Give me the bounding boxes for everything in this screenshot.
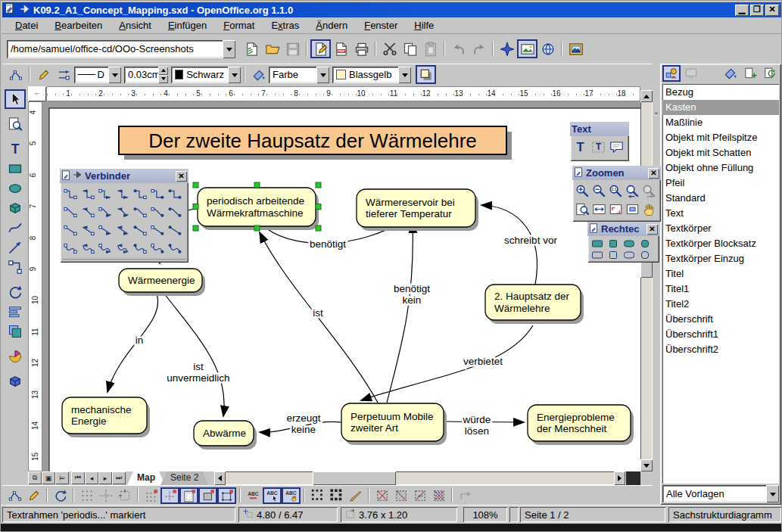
arrange-tool[interactable]: [5, 322, 26, 341]
minimize-button[interactable]: ▁: [735, 5, 749, 16]
menu-fenster[interactable]: Fenster: [356, 18, 406, 33]
menu-einfügen[interactable]: Einfügen: [160, 18, 215, 33]
connector-type-r4c6[interactable]: [148, 239, 166, 257]
line-style-combo[interactable]: D: [74, 67, 121, 83]
edit-points-mode[interactable]: [5, 487, 24, 504]
connector-type-r2c5[interactable]: [131, 203, 148, 221]
snap-to-snap-lines[interactable]: [160, 487, 179, 504]
connector-type-r2c7[interactable]: [166, 203, 183, 221]
label-benoetigt-kein[interactable]: benötigt: [394, 283, 430, 294]
label-benoetigt[interactable]: benötigt: [310, 238, 346, 250]
ellipse-tool[interactable]: [5, 179, 26, 198]
connector-type-r2c1[interactable]: [61, 203, 79, 221]
square-outline[interactable]: [605, 249, 621, 260]
style-item-überschrift2[interactable]: Überschrift2: [662, 342, 779, 357]
label-in[interactable]: in: [136, 334, 144, 346]
rectangle-filled[interactable]: [589, 238, 605, 249]
style-item-text[interactable]: Text: [662, 206, 779, 221]
text-placeholder[interactable]: ab: [410, 487, 429, 504]
style-item-kasten[interactable]: Kasten: [662, 100, 779, 115]
rotate-tool[interactable]: [5, 282, 26, 302]
simple-handles[interactable]: [308, 487, 327, 504]
menu-hilfe[interactable]: Hilfe: [406, 18, 442, 33]
label-wuerde-loesen[interactable]: lösen: [465, 425, 489, 437]
style-filter-combo[interactable]: Alle Vorlagen: [662, 485, 779, 502]
node-zweiter-hauptsatz-der-waermelehre[interactable]: 2. Hauptsatz derWärmelehre: [485, 285, 584, 324]
vertical-ruler[interactable]: 456789101112131415: [28, 101, 42, 471]
label-ist-unvermeidlich[interactable]: unvermeidlich: [167, 372, 229, 384]
selection-handle[interactable]: [316, 226, 321, 231]
node-abwaerme[interactable]: Abwärme: [194, 421, 257, 450]
close-button[interactable]: ✕: [765, 5, 779, 16]
scroll-up-button[interactable]: [640, 90, 653, 102]
rounded-rectangle-filled[interactable]: [621, 238, 637, 249]
node-periodisch-arbeitende-waermekraftmaschine[interactable]: periodisch arbeitendeWärmekraftmaschine: [198, 188, 319, 230]
last-page-button[interactable]: ⏭: [112, 471, 126, 484]
menu-ändern[interactable]: Ändern: [307, 18, 356, 33]
horizontal-scrollbar[interactable]: [214, 471, 640, 485]
style-item-textkörper[interactable]: Textkörper: [662, 221, 779, 236]
cut[interactable]: [379, 39, 400, 58]
label-ist-unvermeidlich[interactable]: ist: [193, 361, 204, 372]
horizontal-scroll-thumb[interactable]: [313, 471, 396, 485]
presentation-styles[interactable]: [682, 65, 700, 82]
connector-type-r3c7[interactable]: [166, 221, 183, 239]
node-perpetuum-mobile-zweiter-art[interactable]: Perpetuum Mobilezweiter Art: [341, 403, 447, 445]
edit-file[interactable]: [310, 39, 331, 58]
zoom-palette-titlebar[interactable]: Zoomen ✕: [572, 166, 661, 180]
objects-3d-tool[interactable]: [5, 198, 26, 218]
label-benoetigt-kein[interactable]: kein: [403, 294, 422, 306]
show-snap-lines[interactable]: [96, 487, 115, 504]
connector-type-r1c1[interactable]: [61, 185, 79, 203]
fill-format-mode[interactable]: [721, 65, 740, 82]
vertical-scrollbar[interactable]: [640, 90, 653, 471]
selection-handle[interactable]: [193, 204, 198, 210]
line-contour[interactable]: [429, 487, 448, 504]
label-wuerde-loesen[interactable]: würde: [463, 414, 491, 425]
curve-tool[interactable]: [5, 218, 26, 238]
style-item-textkörper-einzug[interactable]: Textkörper Einzug: [662, 251, 779, 266]
style-filter-dropdown-button[interactable]: [766, 485, 779, 502]
horizontal-ruler[interactable]: 123456789101112131415161718: [46, 86, 640, 101]
layer-mode-icon[interactable]: ⊨: [55, 471, 69, 484]
line-color-combo[interactable]: Schwarz: [171, 67, 241, 83]
line-style-dropdown-button[interactable]: [108, 67, 121, 83]
line-width-spinner[interactable]: 0.03cm: [124, 67, 168, 83]
double-click-to-edit-text[interactable]: ABC: [282, 487, 301, 504]
master-mode-icon[interactable]: ▣: [42, 471, 55, 484]
connector-type-r3c1[interactable]: [61, 221, 79, 239]
style-item-pfeil[interactable]: Pfeil: [662, 176, 779, 191]
rounded-square-outline[interactable]: [637, 249, 653, 260]
zoom-optimal[interactable]: [607, 200, 625, 218]
connector-type-r3c2[interactable]: [79, 221, 96, 239]
selection-handle[interactable]: [193, 182, 198, 188]
connector-type-r4c4[interactable]: [114, 239, 131, 257]
style-item-titel2[interactable]: Titel2: [662, 297, 779, 312]
label-ist[interactable]: ist: [313, 307, 323, 319]
connector-type-r2c3[interactable]: [96, 203, 114, 221]
print-file[interactable]: [351, 39, 372, 58]
connector-type-r4c1[interactable]: [61, 239, 79, 257]
selection-handle[interactable]: [316, 204, 321, 210]
selection-handle[interactable]: [254, 226, 260, 231]
connector-type-r3c3[interactable]: [96, 221, 114, 239]
node-mechanische-energie[interactable]: mechanischeEnergie: [62, 397, 150, 437]
copy[interactable]: [400, 39, 420, 58]
tab-seite-2[interactable]: Seite 2: [160, 471, 208, 485]
selection-handle[interactable]: [193, 226, 198, 231]
graphics-styles[interactable]: [662, 65, 681, 82]
menu-datei[interactable]: Datei: [7, 18, 46, 33]
page-template[interactable]: Sachstrukturdiagramm: [668, 507, 781, 522]
menu-format[interactable]: Format: [215, 18, 263, 33]
quick-text-edit[interactable]: ABC: [244, 487, 263, 504]
connector-type-r2c2[interactable]: [79, 203, 96, 221]
style-item-titel[interactable]: Titel: [662, 266, 779, 282]
node-energieprobleme-der-menschheit[interactable]: Energieproblemeder Menschheit: [528, 405, 634, 445]
style-item-titel1[interactable]: Titel1: [662, 282, 779, 297]
connector-palette-titlebar[interactable]: Verbinder ✕: [60, 169, 188, 183]
line-dialog-button[interactable]: [33, 65, 54, 84]
style-item-maßlinie[interactable]: Maßlinie: [662, 115, 779, 130]
first-page-button[interactable]: ⏮: [71, 471, 85, 484]
insert-graphic[interactable]: [565, 39, 586, 58]
select-text-area[interactable]: ABC: [263, 487, 282, 504]
